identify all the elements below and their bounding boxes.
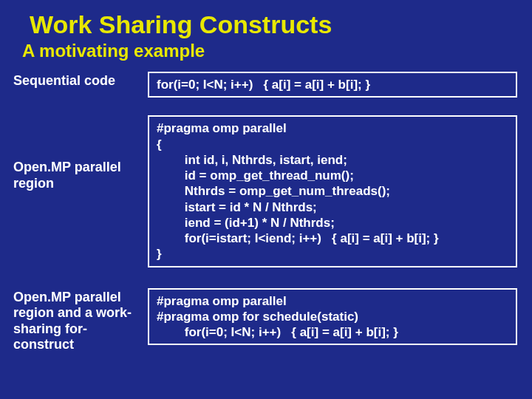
code-col-sequential: for(i=0; I<N; i++) { a[i] = a[i] + b[i];…	[148, 72, 517, 98]
slide-title: Work Sharing Constructs	[30, 10, 532, 39]
row-parallel-region: Open.MP parallel region #pragma omp para…	[0, 115, 532, 267]
label-parallel-region: Open.MP parallel region	[0, 115, 148, 191]
code-col-parallel-region: #pragma omp parallel { int id, i, Nthrds…	[148, 115, 517, 267]
code-box-worksharing: #pragma omp parallel #pragma omp for sch…	[148, 288, 517, 346]
slide: Work Sharing Constructs A motivating exa…	[0, 0, 532, 399]
label-sequential: Sequential code	[0, 72, 148, 89]
label-worksharing: Open.MP parallel region and a work-shari…	[0, 288, 148, 353]
code-box-sequential: for(i=0; I<N; i++) { a[i] = a[i] + b[i];…	[148, 72, 517, 98]
code-col-worksharing: #pragma omp parallel #pragma omp for sch…	[148, 288, 517, 346]
row-sequential: Sequential code for(i=0; I<N; i++) { a[i…	[0, 72, 532, 98]
slide-subtitle: A motivating example	[22, 41, 532, 61]
code-box-parallel-region: #pragma omp parallel { int id, i, Nthrds…	[148, 115, 517, 267]
row-worksharing: Open.MP parallel region and a work-shari…	[0, 288, 532, 353]
